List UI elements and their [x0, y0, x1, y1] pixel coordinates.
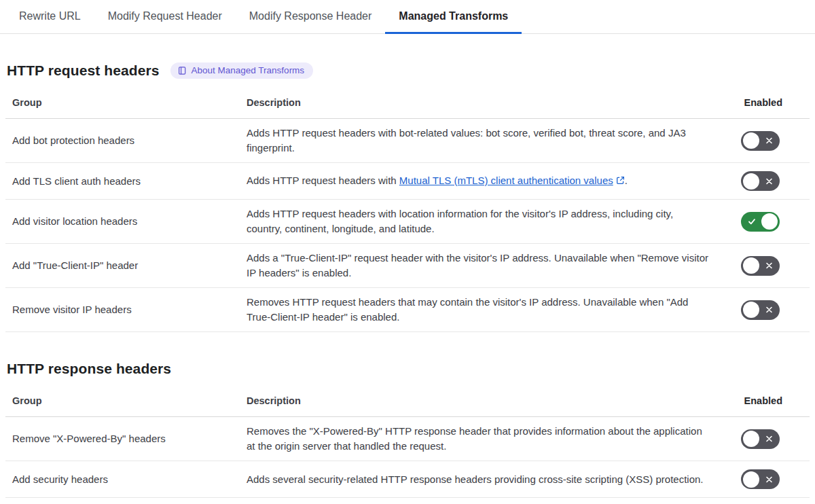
- group-cell: Add "True-Client-IP" header: [5, 251, 247, 280]
- book-icon: [177, 66, 187, 75]
- toggle-knob: [743, 173, 759, 190]
- description-cell: Adds HTTP request headers with location …: [247, 200, 708, 243]
- page-content: HTTP request headers About Managed Trans…: [0, 62, 815, 498]
- table-row: Add visitor location headers Adds HTTP r…: [5, 200, 810, 244]
- response-headers-table: Group Description Enabled Remove "X-Powe…: [5, 389, 810, 498]
- group-cell: Remove "X-Powered-By" headers: [5, 425, 247, 453]
- about-badge-label: About Managed Transforms: [192, 66, 305, 75]
- tab-rewrite-url[interactable]: Rewrite URL: [5, 0, 94, 34]
- about-managed-transforms-link[interactable]: About Managed Transforms: [170, 62, 314, 79]
- table-row: Add "True-Client-IP" header Adds a "True…: [5, 244, 810, 288]
- group-cell: Add TLS client auth headers: [5, 167, 247, 196]
- mtls-client-auth-link[interactable]: Mutual TLS (mTLS) client authentication …: [399, 175, 613, 186]
- toggle-knob: [743, 302, 759, 318]
- x-icon: [765, 137, 773, 145]
- toggle-knob: [761, 213, 778, 230]
- x-icon: [765, 475, 773, 483]
- toggle-remove-visitor-ip-headers[interactable]: [741, 300, 780, 320]
- column-header-description: Description: [247, 91, 708, 118]
- x-icon: [765, 262, 773, 270]
- table-row: Remove "X-Powered-By" headers Removes th…: [5, 417, 810, 461]
- toggle-knob: [743, 471, 759, 488]
- description-cell: Removes HTTP request headers that may co…: [247, 288, 708, 331]
- description-cell: Removes the "X-Powered-By" HTTP response…: [247, 417, 708, 461]
- response-section-header: HTTP response headers: [5, 361, 810, 377]
- group-cell: Add bot protection headers: [5, 126, 247, 155]
- toggle-knob: [743, 431, 759, 447]
- description-text: Adds HTTP request headers with: [247, 175, 399, 186]
- toggle-add-security-headers[interactable]: [741, 469, 780, 489]
- table-row: Add TLS client auth headers Adds HTTP re…: [5, 163, 810, 200]
- description-cell: Adds a "True-Client-IP" request header w…: [247, 244, 708, 287]
- toggle-add-true-client-ip-header[interactable]: [741, 256, 780, 276]
- request-section-title: HTTP request headers: [7, 62, 160, 79]
- table-row: Remove visitor IP headers Removes HTTP r…: [5, 288, 810, 332]
- column-header-group: Group: [5, 91, 247, 118]
- table-row: Add bot protection headers Adds HTTP req…: [5, 119, 810, 163]
- description-cell: Adds several security-related HTTP respo…: [247, 465, 708, 494]
- description-text: .: [625, 175, 628, 186]
- toggle-add-bot-protection-headers[interactable]: [741, 131, 780, 151]
- toggle-knob: [743, 257, 759, 274]
- toggle-remove-x-powered-by-headers[interactable]: [741, 429, 780, 449]
- column-header-enabled: Enabled: [708, 389, 810, 416]
- toggle-knob: [743, 132, 759, 149]
- group-cell: Remove visitor IP headers: [5, 295, 247, 324]
- column-header-description: Description: [247, 389, 708, 416]
- table-header-row: Group Description Enabled: [5, 91, 810, 119]
- column-header-enabled: Enabled: [708, 91, 810, 118]
- check-icon: [748, 217, 756, 226]
- x-icon: [765, 435, 773, 443]
- description-cell: Adds HTTP request headers with Mutual TL…: [247, 166, 708, 196]
- request-headers-table: Group Description Enabled Add bot protec…: [5, 91, 810, 332]
- managed-transforms-page: Rewrite URL Modify Request Header Modify…: [0, 0, 815, 504]
- description-cell: Adds HTTP request headers with bot-relat…: [247, 119, 708, 162]
- group-cell: Add security headers: [5, 465, 247, 494]
- tab-managed-transforms[interactable]: Managed Transforms: [385, 0, 522, 34]
- tab-modify-request-header[interactable]: Modify Request Header: [94, 0, 236, 34]
- external-link-icon: [616, 174, 625, 189]
- toggle-add-tls-client-auth-headers[interactable]: [741, 171, 780, 191]
- column-header-group: Group: [5, 389, 247, 416]
- table-row: Add security headers Adds several securi…: [5, 461, 810, 498]
- group-cell: Add visitor location headers: [5, 207, 247, 236]
- toggle-add-visitor-location-headers[interactable]: [741, 212, 780, 232]
- tab-bar: Rewrite URL Modify Request Header Modify…: [0, 0, 815, 34]
- response-section-title: HTTP response headers: [7, 361, 171, 377]
- x-icon: [765, 306, 773, 314]
- tab-modify-response-header[interactable]: Modify Response Header: [236, 0, 386, 34]
- table-header-row: Group Description Enabled: [5, 389, 810, 417]
- request-section-header: HTTP request headers About Managed Trans…: [5, 62, 810, 79]
- x-icon: [765, 177, 773, 185]
